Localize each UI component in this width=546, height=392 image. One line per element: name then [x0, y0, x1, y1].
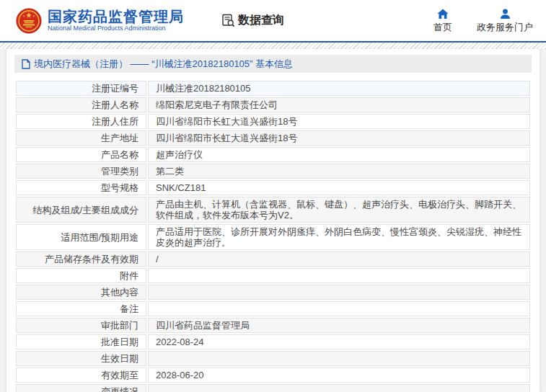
page-icon [22, 59, 30, 69]
nmpa-logo[interactable]: 国家药品监督管理局 National Medical Products Admi… [16, 8, 184, 34]
breadcrumb-text: 境内医疗器械（注册） —— “川械注准20182180105” 基本信息 [34, 55, 293, 73]
person-icon [500, 9, 511, 19]
row-value: 绵阳索尼克电子有限责任公司 [148, 97, 530, 112]
row-label: 生产地址 [16, 130, 146, 146]
row-value: 四川省绵阳市长虹大道兴盛街18号 [148, 130, 530, 146]
row-value: 产品适用于医院、诊所开展对外阴瘙痒、外阴白色病变、慢性宫颈炎、尖锐湿疣、神经性皮… [148, 224, 530, 250]
table-row: 注册证编号川械注准20182180105 [16, 81, 530, 96]
row-label: 管理类别 [16, 164, 146, 179]
nav-gov-portal-label: 政务服务门户 [477, 22, 533, 32]
hatch-stripe [0, 43, 546, 49]
row-label: 变更情况 [16, 384, 146, 392]
site-title: 国家药品监督管理局 [48, 9, 184, 24]
nav-item-home[interactable]: 首页 [431, 9, 455, 32]
row-value [148, 268, 530, 283]
content-container: 境内医疗器械（注册） —— “川械注准20182180105” 基本信息 注册证… [6, 49, 540, 392]
row-value: 川械注准20182180105 [148, 81, 530, 96]
table-row: 审批部门四川省药品监督管理局 [16, 318, 530, 333]
row-value: 2028-06-20 [148, 368, 530, 383]
document-search-icon [221, 14, 235, 27]
table-row: 型号规格SNK/CZ181 [16, 180, 530, 195]
table-row: 结构及组成/主要组成成分产品由主机、计算机（含监视器、鼠标、键盘）、超声治疗头、… [16, 197, 530, 223]
row-label: 结构及组成/主要组成成分 [16, 197, 146, 223]
table-row: 变更情况 [16, 384, 530, 392]
row-label: 批准日期 [16, 334, 146, 349]
site-subtitle: National Medical Products Administration [48, 24, 184, 32]
breadcrumb: 境内医疗器械（注册） —— “川械注准20182180105” 基本信息 [14, 55, 532, 73]
china-national-emblem-icon [16, 8, 42, 34]
row-value: 四川省药品监督管理局 [148, 318, 530, 333]
table-row: 备注 [16, 301, 530, 316]
row-label: 附件 [16, 268, 146, 283]
row-label: 注册人住所 [16, 114, 146, 129]
table-row: 管理类别第二类 [16, 164, 530, 179]
table-row: 附件 [16, 268, 530, 283]
home-icon [437, 9, 449, 19]
registration-info-table: 注册证编号川械注准20182180105注册人名称绵阳索尼克电子有限责任公司注册… [14, 79, 532, 392]
page-body: 境内医疗器械（注册） —— “川械注准20182180105” 基本信息 注册证… [0, 49, 546, 392]
row-value: 产品由主机、计算机（含监视器、鼠标、键盘）、超声治疗头、电极治疗头、脚踏开关、软… [148, 197, 530, 223]
row-label: 其他内容 [16, 285, 146, 300]
data-query-entry[interactable]: 数据查询 [221, 13, 284, 28]
row-value: / [148, 251, 530, 267]
table-row: 有效期至2028-06-20 [16, 368, 530, 383]
row-value: 四川省绵阳市长虹大道兴盛街18号 [148, 114, 530, 129]
table-row: 产品名称超声治疗仪 [16, 147, 530, 162]
row-label: 生效日期 [16, 351, 146, 366]
table-row: 其他内容 [16, 285, 530, 300]
row-label: 产品储存条件及有效期 [16, 251, 146, 267]
row-label: 有效期至 [16, 368, 146, 383]
row-value: 超声治疗仪 [148, 147, 530, 162]
nav-item-gov-portal[interactable]: 政务服务门户 [477, 9, 533, 32]
table-row: 生效日期 [16, 351, 530, 366]
nav-home-label: 首页 [433, 22, 452, 32]
row-value [148, 301, 530, 316]
row-label: 备注 [16, 301, 146, 316]
row-label: 产品名称 [16, 147, 146, 162]
row-label: 适用范围/预期用途 [16, 224, 146, 250]
data-query-label: 数据查询 [238, 13, 284, 28]
site-header: 国家药品监督管理局 National Medical Products Admi… [0, 0, 546, 41]
row-value: SNK/CZ181 [148, 180, 530, 195]
row-label: 注册证编号 [16, 81, 146, 96]
row-value [148, 351, 530, 366]
table-row: 产品储存条件及有效期/ [16, 251, 530, 267]
table-row: 适用范围/预期用途产品适用于医院、诊所开展对外阴瘙痒、外阴白色病变、慢性宫颈炎、… [16, 224, 530, 250]
table-row: 批准日期2022-08-24 [16, 334, 530, 349]
row-value [148, 285, 530, 300]
table-row: 注册人住所四川省绵阳市长虹大道兴盛街18号 [16, 114, 530, 129]
table-row: 生产地址四川省绵阳市长虹大道兴盛街18号 [16, 130, 530, 146]
row-value: 第二类 [148, 164, 530, 179]
row-value: 2022-08-24 [148, 334, 530, 349]
table-row: 注册人名称绵阳索尼克电子有限责任公司 [16, 97, 530, 112]
row-label: 审批部门 [16, 318, 146, 333]
top-nav: 首页 政务服务门户 [431, 9, 533, 32]
row-label: 型号规格 [16, 180, 146, 195]
logo-text: 国家药品监督管理局 National Medical Products Admi… [48, 9, 184, 32]
row-label: 注册人名称 [16, 97, 146, 112]
row-value [148, 384, 530, 392]
